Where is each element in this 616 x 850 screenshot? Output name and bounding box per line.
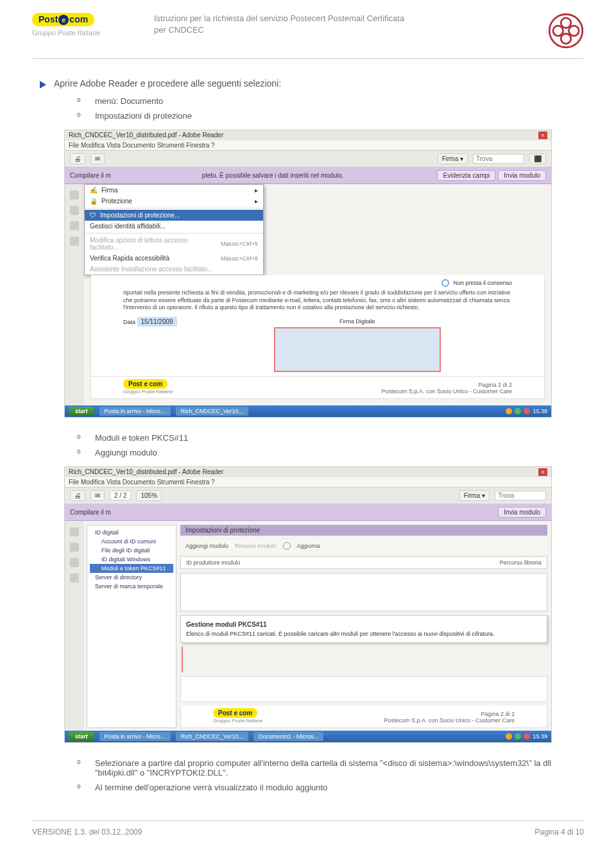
svg-point-2 [569,26,579,36]
taskbar-clock: 15.39 [533,733,547,740]
zoom-label[interactable]: 105% [136,490,162,501]
close-icon[interactable]: × [538,132,547,139]
submit-form-button[interactable]: Invia modulo [498,170,546,181]
app-toolbar: 🖨 ✉ 2 / 2 105% Firma ▾ [65,487,551,504]
title-line2: per CNDCEC [154,24,526,36]
tree-item[interactable]: Moduli e token PKCS#11 [90,564,173,573]
menu-item-verifica[interactable]: Verifica Rapida accessibilitàMaiusc+Ctrl… [85,253,263,264]
taskbar-item[interactable]: Rich_CNDCEC_Ver10... [176,407,249,416]
menu-item-impostazioni-protezione[interactable]: 🛡 Impostazioni di protezione... [85,210,263,221]
scr1-main: ✍ Firma ▸ 🔒 Protezione ▸ 🛡 Impostazioni … [84,184,551,405]
bullet-text: menù: Documento [95,96,163,106]
sidebar-icon[interactable] [70,558,79,567]
sidebar-icon[interactable] [70,221,79,230]
bullet-text: Moduli e token PKCS#11 [95,433,188,443]
window-title: Rich_CNDCEC_Ver10_distributed.pdf - Adob… [69,468,223,476]
tree-item[interactable]: Server di marca temporale [90,582,173,591]
scr2-body: ID digitaliAccount di ID comuniFile degl… [65,521,551,731]
tree-item[interactable]: File degli ID digitali [90,546,173,555]
signature-row: Data 15/11/2009 Firma Digitale [123,318,512,372]
header-title: Istruzioni per la richiesta del servizio… [141,13,539,36]
signature-field[interactable] [274,327,441,372]
submit-form-button[interactable]: Invia modulo [498,507,546,518]
module-list[interactable] [180,573,547,611]
find-input[interactable] [473,154,524,164]
footer-logo: Post e com [213,708,257,718]
tray-icon[interactable] [506,408,512,414]
highlight-fields-button[interactable]: Evidenzia campi [437,170,495,181]
taskbar-item[interactable]: Rich_CNDCEC_Ver10... [176,732,249,741]
bullet-item: oImpostazioni di protezione [77,108,578,123]
taskbar-item[interactable]: Documento1 - Micros... [253,732,323,741]
toolbar-btn[interactable]: ✉ [90,490,105,501]
doc-footer: Post e com Gruppo Poste Italiane Pagina … [90,377,545,399]
menu-item-gestisci[interactable]: Gestisci identità affidabili... [85,221,263,232]
security-section-title: Impostazioni di protezione [180,525,547,536]
tree-item[interactable]: ID digitali [90,528,173,537]
tray-icon[interactable] [515,733,521,740]
tree-item[interactable]: ID digitali Windows [90,555,173,564]
tree-item[interactable]: Server di directory [90,573,173,582]
start-button[interactable]: start [69,407,94,416]
tree-item[interactable]: Account di ID comuni [90,537,173,546]
sidebar-icon[interactable] [70,206,79,215]
menu-item-assistente: Assistente Installazione accesso facilit… [85,264,263,275]
toolbar-btn[interactable]: ✉ [90,153,105,164]
cndcec-logo-icon [539,13,584,51]
add-module-button[interactable]: Aggiungi modulo [185,543,228,549]
sidebar-icon[interactable] [70,191,79,200]
page-indicator[interactable]: 2 / 2 [110,491,131,500]
window-title: Rich_CNDCEC_Ver10_distributed.pdf - Adob… [69,132,223,139]
bullet-item: oSelezionare a partire dal proprio compu… [77,756,578,780]
start-button[interactable]: start [69,732,94,741]
sidebar-icon[interactable] [70,543,79,552]
documento-dropdown-menu: ✍ Firma ▸ 🔒 Protezione ▸ 🛡 Impostazioni … [84,184,264,275]
menu-item-protezione[interactable]: 🔒 Protezione ▸ [85,196,263,207]
tray-icon[interactable] [515,408,521,414]
footer-version: VERSIONE 1.3. del 03.12..2009 [32,828,142,837]
menu-item-firma[interactable]: ✍ Firma ▸ [85,185,263,196]
app-menubar[interactable]: File Modifica Vista Documento Strumenti … [65,477,551,487]
security-tree: ID digitaliAccount di ID comuniFile degl… [87,525,176,728]
taskbar-item[interactable]: Posta in arrivo - Micro... [99,407,171,416]
sidebar-icon[interactable] [70,574,79,582]
pkcs-hint-box: Gestione moduli PKCS#11 Elenco di moduli… [180,615,547,643]
system-tray: 15.38 [506,408,547,414]
sidebar-icon[interactable] [70,527,79,536]
taskbar-item[interactable]: Posta in arrivo - Micro... [99,732,171,741]
nav-sidebar [65,521,84,731]
purple-left-text: Compilare il m [70,509,111,516]
sidebar-icon[interactable] [70,237,79,246]
tray-icon[interactable] [524,408,530,414]
refresh-button[interactable]: Aggiorna [297,543,320,549]
svg-point-1 [561,18,571,28]
doc-body-text: riportati nella presente richiesta ai fi… [123,289,512,312]
close-icon[interactable]: × [538,468,547,476]
toolbar-btn[interactable]: 🖨 [70,153,85,164]
tray-icon[interactable] [524,733,530,740]
sign-dropdown[interactable]: Firma ▾ [438,153,468,164]
pdf-document-area: Non presta il consenso riportati nella p… [90,275,545,377]
bullet-item: oModuli e token PKCS#11 [77,430,578,445]
screenshot-2: Rich_CNDCEC_Ver10_distributed.pdf - Adob… [64,466,552,743]
bullet-text: Impostazioni di protezione [95,111,192,121]
app-menubar[interactable]: File Modifica Vista Documento Strumenti … [65,140,551,150]
sign-dropdown[interactable]: Firma ▾ [459,490,490,501]
date-field[interactable]: 15/11/2009 [137,317,177,327]
footer-company: Postecom S.p.A. con Socio Unico - Custom… [384,717,515,724]
svg-point-0 [549,14,583,47]
form-status-bar: Compilare il m Invia modulo [65,504,551,521]
find-input[interactable] [495,491,546,500]
toolbar-btn[interactable]: 🖨 [70,490,85,501]
refresh-icon[interactable] [283,542,291,550]
app-toolbar: 🖨 ✉ Firma ▾ ⬛ [65,150,551,167]
page-header: Postecom Gruppo Poste Italiane Istruzion… [32,13,584,59]
toolbar-btn[interactable]: ⬛ [529,153,546,164]
tray-icon[interactable] [506,733,512,740]
step1-bullets: omenù: Documento oImpostazioni di protez… [77,94,578,123]
pkcs-body: Elenco di moduli PKCS#11 caricati. È pos… [186,631,542,637]
pkcs-title: Gestione moduli PKCS#11 [186,621,542,628]
consent-label: Non presta il consenso [453,280,512,286]
step3-bullets: oSelezionare a partire dal proprio compu… [77,756,578,795]
radio-icon[interactable] [441,279,449,287]
